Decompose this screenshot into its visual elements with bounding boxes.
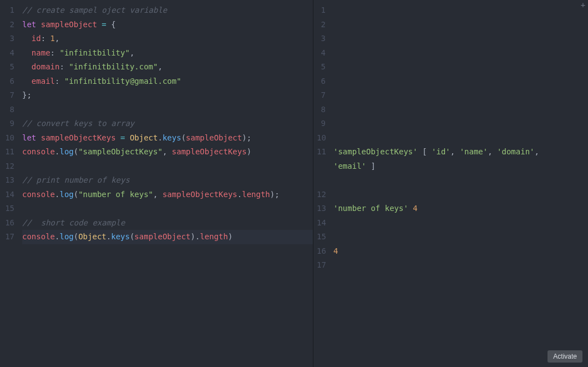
output-line-17: 4 <box>333 244 588 259</box>
editor-gutter: 1234 5678 9101112 13141516 17 <box>0 3 22 244</box>
editor-lines[interactable]: // create sampel oject variable let samp… <box>22 3 313 244</box>
split-container: 1234 5678 9101112 13141516 17 // create … <box>0 0 588 367</box>
comment: // print number of keys <box>22 175 130 184</box>
comment: // convert keys to array <box>22 119 134 128</box>
activate-button[interactable]: Activate <box>548 350 582 363</box>
plus-icon[interactable]: + <box>579 1 587 9</box>
output-pane: ⇥ + 1 2 3 4 5 6 7 8 9 10 11 12 13 14 15 … <box>313 0 588 367</box>
code-editor-pane[interactable]: 1234 5678 9101112 13141516 17 // create … <box>0 0 313 367</box>
comment: // short code example <box>22 218 125 227</box>
output-lines: 'sampleObjectKeys' [ 'id', 'name', 'doma… <box>333 3 588 273</box>
comment: // create sampel oject variable <box>22 6 167 14</box>
output-line-11: 'sampleObjectKeys' [ 'id', 'name', 'doma… <box>333 145 572 173</box>
output-gutter: 1 2 3 4 5 6 7 8 9 10 11 12 13 14 15 16 1… <box>313 3 333 273</box>
output-line-14: 'number of keys' 4 <box>333 202 588 216</box>
